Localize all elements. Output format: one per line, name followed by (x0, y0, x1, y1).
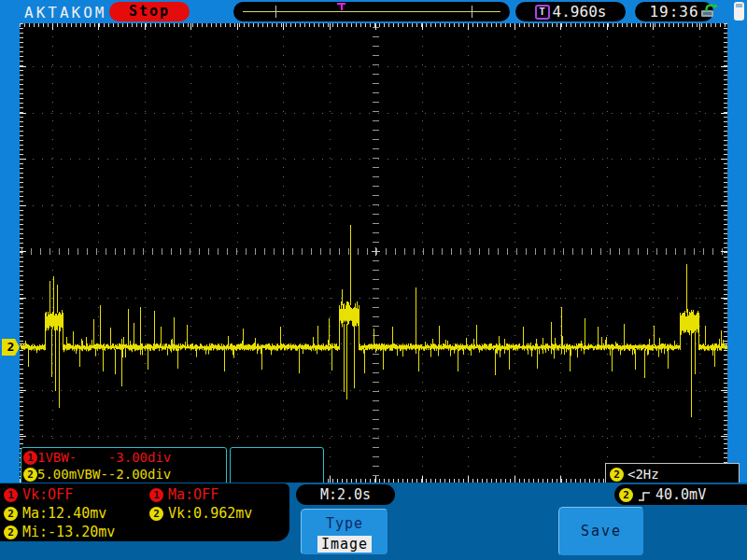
channel2-badge: 2 (4, 525, 18, 539)
measurement-value: Vk:OFF (22, 486, 73, 503)
trigger-level-value: 40.0mV (655, 486, 706, 503)
channel1-badge: 1 (23, 451, 37, 465)
bottom-panel: 1Vk:OFF 1Ma:OFF 2Ma:12.40mv 2Vk:0.962mv … (0, 483, 747, 560)
channel2-badge: 2 (23, 468, 37, 482)
window-start-bracket (275, 6, 276, 18)
type-label: Type (302, 515, 388, 532)
measurement-value: Ma:12.40mv (22, 505, 106, 522)
usb-device-icon (699, 3, 719, 21)
type-softkey-button[interactable]: Type Image (301, 509, 388, 555)
timebase-display: M:2.0s (296, 484, 395, 505)
scope-frame: AKTAKOM Stop T 4.960s 19:36 (0, 0, 747, 483)
frequency-value: <2Hz (627, 467, 659, 482)
channel2-badge: 2 (619, 488, 633, 502)
channel1-badge: 1 (4, 488, 18, 502)
type-value: Image (317, 536, 372, 553)
trigger-position-marker[interactable] (337, 3, 345, 10)
measurement-value: Ma:OFF (168, 486, 218, 503)
channel2-badge: 2 (610, 468, 624, 482)
channel1-status: 1VBW- -3.00div (37, 450, 171, 465)
save-button[interactable]: Save (558, 507, 644, 556)
waveform-canvas (20, 23, 727, 483)
top-status-bar: AKTAKOM Stop T 4.960s 19:36 (0, 0, 747, 23)
waveform-display (20, 23, 727, 483)
trigger-t-icon: T (535, 5, 550, 20)
rising-edge-icon (638, 489, 651, 500)
window-end-bracket (472, 6, 472, 18)
trigger-level-display: 2 40.0mV (614, 484, 747, 505)
measurement-value: Vk:0.962mv (168, 505, 252, 522)
measurement-value: Mi:-13.20mv (22, 524, 115, 540)
memory-overview-bar (233, 2, 510, 21)
trigger-time-display: T 4.960s (515, 2, 626, 21)
channel1-badge: 1 (149, 488, 163, 502)
trigger-time-value: 4.960s (553, 3, 607, 21)
memory-line (243, 11, 500, 12)
channel-status-box: 11VBW- -3.00div 25.00mVBW--2.00div (21, 447, 227, 487)
channel2-badge: 2 (149, 507, 163, 521)
brand-logo: AKTAKOM (24, 4, 106, 21)
measurements-panel: 1Vk:OFF 1Ma:OFF 2Ma:12.40mv 2Vk:0.962mv … (0, 483, 289, 541)
channel2-badge: 2 (4, 507, 18, 521)
run-stop-indicator[interactable]: Stop (109, 2, 190, 21)
acquisition-info-box: (250S/s) Depth:10K (230, 447, 324, 487)
channel2-ground-marker[interactable]: 2 (2, 339, 20, 356)
channel2-status: 5.00mVBW--2.00div (37, 467, 171, 482)
usb-stick-icon (734, 2, 744, 21)
